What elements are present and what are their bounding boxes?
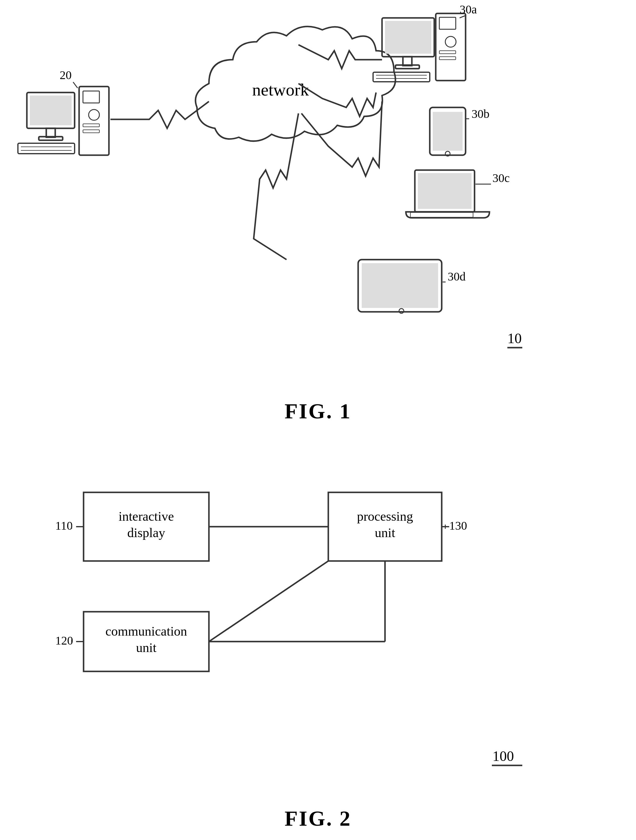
fig2-area: 110 120 130 100 interactive display comm… (0, 433, 636, 840)
ref-30c: 30c (492, 171, 510, 185)
svg-rect-24 (439, 57, 456, 60)
fig2-diagram: 110 120 130 100 interactive display comm… (0, 433, 636, 832)
page: 20 network (0, 0, 636, 840)
svg-rect-23 (439, 51, 456, 54)
ref-100: 100 (492, 748, 514, 764)
ref-20: 20 (60, 68, 72, 82)
processing-unit-label-line1: processing (357, 509, 413, 524)
ref-30b: 30b (472, 107, 489, 120)
svg-rect-14 (385, 21, 431, 54)
svg-rect-21 (439, 17, 456, 29)
ref-110: 110 (55, 519, 73, 532)
svg-rect-31 (418, 173, 472, 209)
ref-10: 10 (507, 330, 522, 346)
fig1-area: 20 network (0, 0, 636, 433)
fig1-diagram: 20 network (0, 0, 636, 427)
svg-point-9 (88, 109, 99, 120)
processing-unit-label-line2: unit (375, 526, 395, 540)
svg-rect-7 (79, 87, 109, 155)
ref-130: 130 (449, 519, 467, 532)
fig2-label: FIG. 2 (284, 806, 351, 831)
svg-rect-16 (395, 65, 419, 69)
ref-120: 120 (55, 634, 73, 647)
svg-rect-35 (362, 263, 438, 308)
network-label: network (252, 80, 309, 99)
svg-rect-32 (410, 212, 473, 217)
svg-point-36 (399, 309, 404, 313)
svg-rect-4 (18, 143, 75, 154)
svg-rect-11 (83, 130, 99, 133)
ref-30d: 30d (448, 270, 466, 283)
communication-unit-label-line1: communication (105, 624, 187, 639)
svg-line-12 (73, 82, 77, 88)
svg-rect-27 (433, 112, 462, 151)
svg-rect-1 (30, 95, 72, 125)
svg-line-46 (209, 561, 328, 641)
svg-rect-8 (83, 91, 99, 103)
fig1-label: FIG. 1 (284, 399, 351, 424)
communication-unit-label-line2: unit (136, 640, 156, 655)
ref-30a: 30a (459, 3, 477, 16)
interactive-display-label-line1: interactive (118, 509, 174, 524)
svg-rect-3 (39, 137, 63, 140)
svg-point-22 (445, 36, 456, 47)
interactive-display-label-line2: display (127, 526, 165, 540)
svg-rect-10 (83, 124, 99, 127)
